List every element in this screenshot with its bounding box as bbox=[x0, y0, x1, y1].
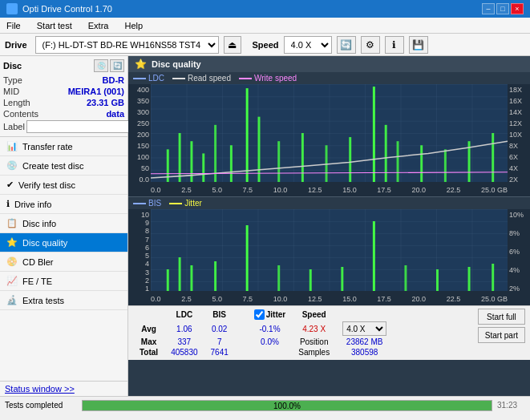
stats-speed-val: 4.23 X bbox=[292, 321, 336, 337]
nav-drive-info-label: Drive info bbox=[14, 200, 51, 209]
status-text: Tests completed bbox=[5, 401, 77, 410]
jitter-legend-label: Jitter bbox=[184, 199, 202, 208]
svg-rect-22 bbox=[151, 209, 508, 291]
bis-legend-item: BIS bbox=[133, 199, 161, 208]
speed-label: Speed bbox=[253, 40, 279, 50]
menu-start-test[interactable]: Start test bbox=[34, 20, 75, 31]
menu-file[interactable]: File bbox=[3, 20, 24, 31]
disc-icon-2[interactable]: 🔄 bbox=[110, 59, 124, 72]
stats-header-row: LDC BIS Jitter Speed bbox=[133, 309, 393, 321]
start-full-button[interactable]: Start full bbox=[478, 309, 525, 325]
svg-rect-20 bbox=[492, 133, 494, 182]
bis-chart-svg-container: 0.0 2.5 5.0 7.5 10.0 12.5 15.0 17.5 20.0… bbox=[151, 209, 508, 305]
app-title: Opti Drive Control 1.70 bbox=[22, 4, 112, 14]
eject-button[interactable]: ⏏ bbox=[224, 36, 241, 54]
drive-select[interactable]: (F:) HL-DT-ST BD-RE WH16NS58 TST4 bbox=[35, 36, 219, 54]
disc-label-input[interactable] bbox=[26, 120, 133, 133]
verify-test-disc-icon: ✔ bbox=[6, 180, 14, 190]
nav-drive-info[interactable]: ℹ Drive info bbox=[0, 195, 127, 214]
nav-extra-tests[interactable]: 🔬 Extra tests bbox=[0, 291, 127, 310]
speed-select[interactable]: 4.0 X bbox=[284, 36, 332, 54]
stats-max-jitter: 0.0% bbox=[248, 337, 292, 347]
stats-samples-label: Samples bbox=[292, 347, 336, 357]
ldc-y-axis-right: 18X 16X 14X 12X 10X 8X 6X 4X 2X bbox=[508, 84, 530, 196]
ldc-legend: LDC Read speed Write speed bbox=[128, 72, 530, 84]
nav-fe-te[interactable]: 📈 FE / TE bbox=[0, 272, 127, 291]
menu-extra[interactable]: Extra bbox=[85, 20, 112, 31]
stats-section: LDC BIS Jitter Speed Avg 1.06 bbox=[128, 305, 530, 360]
extra-tests-icon: 🔬 bbox=[6, 295, 18, 305]
nav-fe-te-label: FE / TE bbox=[22, 277, 52, 286]
svg-rect-18 bbox=[444, 149, 447, 182]
disc-contents-row: Contents data bbox=[3, 109, 124, 119]
stats-jitter-header: Jitter bbox=[248, 309, 292, 321]
disc-label-row: Label 🔍 bbox=[3, 120, 124, 133]
stats-max-ldc: 337 bbox=[164, 337, 204, 347]
disc-icons: 💿 🔄 bbox=[94, 59, 124, 72]
nav-transfer-rate-label: Transfer rate bbox=[22, 142, 73, 151]
write-speed-legend-item: Write speed bbox=[239, 74, 297, 83]
disc-quality-title: Disc quality bbox=[152, 59, 201, 69]
nav-cd-bler[interactable]: 📀 CD Bler bbox=[0, 252, 127, 272]
start-part-button[interactable]: Start part bbox=[478, 327, 525, 343]
disc-length-row: Length 23.31 GB bbox=[3, 98, 124, 107]
disc-section: Disc 💿 🔄 Type BD-R MID MEIRA1 (001) Leng… bbox=[0, 56, 127, 137]
fe-te-icon: 📈 bbox=[6, 276, 18, 286]
disc-type-label: Type bbox=[3, 75, 22, 85]
title-bar-left: Opti Drive Control 1.70 bbox=[6, 3, 112, 14]
refresh-button[interactable]: 🔄 bbox=[337, 36, 356, 54]
svg-rect-26 bbox=[214, 261, 216, 291]
nav-disc-info[interactable]: 📋 Disc info bbox=[0, 214, 127, 233]
ldc-chart-svg-container: 0.0 2.5 5.0 7.5 10.0 12.5 15.0 17.5 20.0… bbox=[151, 84, 508, 196]
create-test-disc-icon: 💿 bbox=[6, 160, 18, 171]
settings-button[interactable]: ⚙ bbox=[361, 36, 380, 54]
nav-extra-tests-label: Extra tests bbox=[22, 296, 64, 305]
nav-disc-quality[interactable]: ⭐ Disc quality bbox=[0, 233, 127, 252]
minimize-button[interactable]: – bbox=[482, 3, 495, 14]
transfer-rate-icon: 📊 bbox=[6, 141, 18, 151]
drive-toolbar: Drive (F:) HL-DT-ST BD-RE WH16NS58 TST4 … bbox=[0, 34, 530, 56]
status-window-button[interactable]: Status window >> bbox=[5, 384, 75, 394]
bis-legend: BIS Jitter bbox=[128, 197, 530, 209]
write-speed-legend-label: Write speed bbox=[254, 74, 297, 83]
bis-chart-body: 10 9 8 7 6 5 4 3 2 1 bbox=[128, 209, 530, 305]
nav-cd-bler-label: CD Bler bbox=[22, 257, 54, 267]
disc-contents-value: data bbox=[106, 109, 124, 119]
svg-rect-16 bbox=[397, 141, 399, 182]
svg-rect-31 bbox=[373, 221, 375, 291]
stats-speed-select[interactable]: 4.0 X bbox=[342, 321, 386, 336]
jitter-checkbox-label[interactable]: Jitter bbox=[254, 309, 285, 320]
disc-title: Disc bbox=[3, 61, 22, 71]
stats-avg-row: Avg 1.06 0.02 -0.1% 4.23 X 4.0 X bbox=[133, 321, 393, 337]
main-layout: Disc 💿 🔄 Type BD-R MID MEIRA1 (001) Leng… bbox=[0, 56, 530, 396]
disc-contents-label: Contents bbox=[3, 109, 38, 119]
ldc-chart-container: LDC Read speed Write speed 400 350 300 2… bbox=[128, 72, 530, 197]
ldc-chart-svg bbox=[151, 84, 508, 182]
nav-verify-test-disc[interactable]: ✔ Verify test disc bbox=[0, 176, 127, 195]
status-bar-left: Status window >> bbox=[0, 381, 127, 396]
save-button[interactable]: 💾 bbox=[409, 36, 428, 54]
title-bar: Opti Drive Control 1.70 – □ × bbox=[0, 0, 530, 18]
read-speed-legend-label: Read speed bbox=[188, 74, 231, 83]
jitter-checkbox[interactable] bbox=[254, 309, 265, 320]
close-button[interactable]: × bbox=[511, 3, 524, 14]
svg-rect-23 bbox=[167, 269, 169, 291]
disc-quality-title-icon: ⭐ bbox=[135, 59, 147, 70]
stats-avg-bis: 0.02 bbox=[204, 321, 235, 337]
nav-transfer-rate[interactable]: 📊 Transfer rate bbox=[0, 137, 127, 156]
maximize-button[interactable]: □ bbox=[496, 3, 509, 14]
svg-rect-14 bbox=[373, 87, 375, 182]
svg-rect-13 bbox=[349, 137, 351, 182]
svg-rect-24 bbox=[179, 257, 181, 291]
svg-rect-3 bbox=[179, 133, 181, 182]
ldc-legend-item: LDC bbox=[133, 74, 164, 83]
stats-speed-header: Speed bbox=[292, 309, 336, 321]
info-button[interactable]: ℹ bbox=[385, 36, 404, 54]
svg-rect-5 bbox=[202, 153, 204, 182]
svg-rect-8 bbox=[246, 88, 249, 182]
nav-create-test-disc[interactable]: 💿 Create test disc bbox=[0, 156, 127, 176]
menu-help[interactable]: Help bbox=[121, 20, 146, 31]
disc-label-label: Label bbox=[3, 122, 25, 131]
progress-pct: 100.0% bbox=[83, 401, 492, 412]
disc-icon-1[interactable]: 💿 bbox=[94, 59, 108, 72]
